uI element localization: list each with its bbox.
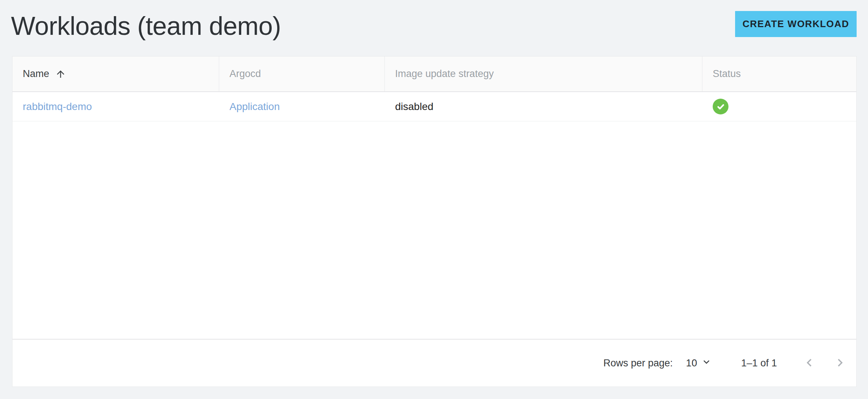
rows-per-page-select[interactable]: 10 bbox=[686, 356, 712, 370]
chevron-left-icon bbox=[802, 355, 817, 371]
workloads-table-card: Name Argocd Image update strategy Status… bbox=[12, 56, 857, 387]
workload-name-link[interactable]: rabbitmq-demo bbox=[23, 101, 92, 113]
argocd-application-link[interactable]: Application bbox=[229, 101, 280, 113]
chevron-right-icon bbox=[832, 355, 848, 371]
cell-argocd: Application bbox=[219, 92, 385, 121]
rows-per-page-label: Rows per page: bbox=[603, 358, 673, 369]
cell-name: rabbitmq-demo bbox=[12, 92, 219, 121]
column-header-status-label: Status bbox=[713, 68, 741, 80]
previous-page-button[interactable] bbox=[801, 355, 817, 371]
pagination-range-label: 1–1 of 1 bbox=[741, 358, 777, 369]
workloads-page: Workloads (team demo) CREATE WORKLOAD Na… bbox=[0, 0, 868, 399]
chevron-down-icon bbox=[701, 356, 712, 370]
page-title: Workloads (team demo) bbox=[11, 11, 281, 41]
create-workload-button[interactable]: CREATE WORKLOAD bbox=[735, 11, 857, 37]
column-header-argocd: Argocd bbox=[219, 56, 385, 91]
page-header: Workloads (team demo) CREATE WORKLOAD bbox=[0, 0, 868, 56]
table-header-row: Name Argocd Image update strategy Status bbox=[12, 56, 856, 92]
pager-nav bbox=[801, 355, 848, 371]
cell-status bbox=[702, 92, 856, 121]
table-empty-area bbox=[12, 121, 856, 339]
sort-ascending-icon bbox=[55, 69, 66, 80]
table-row: rabbitmq-demo Application disabled bbox=[12, 92, 856, 121]
pagination-bar: Rows per page: 10 1–1 of 1 bbox=[12, 339, 856, 387]
column-header-argocd-label: Argocd bbox=[229, 68, 261, 80]
next-page-button[interactable] bbox=[832, 355, 848, 371]
column-header-image-update-strategy-label: Image update strategy bbox=[395, 68, 494, 80]
column-header-name[interactable]: Name bbox=[12, 56, 219, 91]
check-circle-icon bbox=[713, 99, 728, 114]
column-header-status: Status bbox=[702, 56, 856, 91]
cell-image-update-strategy: disabled bbox=[385, 92, 702, 121]
column-header-image-update-strategy: Image update strategy bbox=[385, 56, 702, 91]
column-header-name-label: Name bbox=[23, 68, 49, 80]
rows-per-page-value: 10 bbox=[686, 358, 697, 369]
